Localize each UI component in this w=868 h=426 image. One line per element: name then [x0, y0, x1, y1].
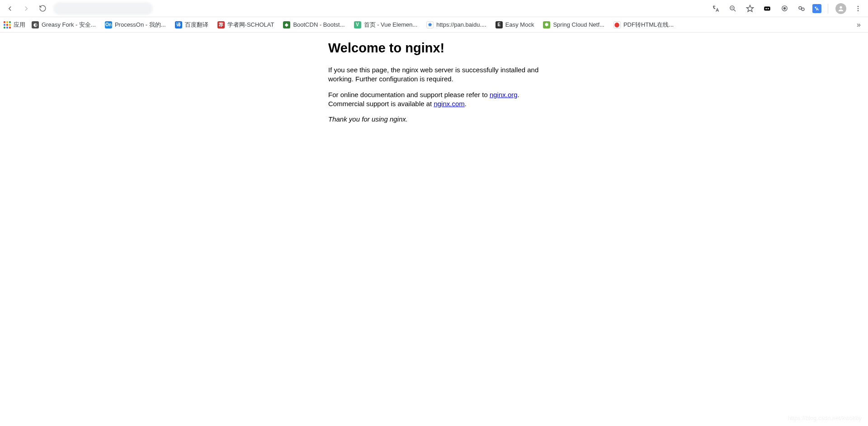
translate-icon[interactable] — [709, 2, 722, 15]
svg-point-12 — [858, 6, 859, 7]
bookmark-label: 首页 - Vue Elemen... — [364, 21, 418, 29]
bookmark-item-1[interactable]: OnProcessOn - 我的... — [105, 21, 166, 29]
svg-point-11 — [840, 6, 842, 8]
svg-point-8 — [783, 7, 785, 9]
back-button[interactable] — [4, 2, 16, 15]
p2-text-d: . — [465, 100, 467, 108]
bookmarks-list: ◐Greasy Fork - 安全...OnProcessOn - 我的...译… — [32, 21, 674, 29]
bookmark-item-9[interactable]: ⬤PDF转HTML在线... — [613, 21, 674, 29]
bookmark-item-5[interactable]: V首页 - Vue Elemen... — [354, 21, 418, 29]
toolbar-right-icons — [709, 2, 864, 15]
intro-paragraph: If you see this page, the nginx web serv… — [328, 66, 547, 84]
bookmark-favicon: ❃ — [543, 21, 550, 28]
svg-point-5 — [765, 8, 767, 9]
extension-icon-1[interactable] — [761, 2, 774, 15]
browser-toolbar — [0, 0, 868, 17]
apps-grid-icon — [4, 21, 11, 28]
bookmark-item-6[interactable]: ❀https://pan.baidu.... — [426, 21, 486, 28]
apps-button[interactable]: 应用 — [4, 21, 25, 29]
nginx-welcome-page: Welcome to nginx! If you see this page, … — [328, 41, 654, 124]
nginx-org-link[interactable]: nginx.org — [490, 91, 518, 98]
svg-line-1 — [734, 9, 736, 11]
svg-marker-3 — [747, 5, 754, 11]
p2-text-c: Commercial support is available at — [328, 100, 434, 108]
bookmark-favicon: ◆ — [283, 21, 290, 28]
bookmark-favicon: 荐 — [217, 21, 225, 28]
bookmark-label: 百度翻译 — [185, 21, 208, 29]
bookmark-label: https://pan.baidu.... — [436, 21, 486, 28]
bookmark-item-2[interactable]: 译百度翻译 — [175, 21, 208, 29]
thanks-paragraph: Thank you for using nginx. — [328, 115, 547, 124]
p2-text-b: . — [518, 91, 519, 98]
profile-avatar[interactable] — [835, 2, 847, 15]
svg-point-9 — [799, 6, 802, 9]
svg-point-6 — [768, 8, 769, 9]
reload-button[interactable] — [36, 2, 49, 15]
bookmark-favicon: V — [354, 21, 361, 28]
bookmark-label: Easy Mock — [505, 21, 534, 28]
nginx-com-link[interactable]: nginx.com — [434, 100, 464, 108]
svg-point-10 — [802, 8, 804, 10]
bookmark-item-0[interactable]: ◐Greasy Fork - 安全... — [32, 21, 96, 29]
svg-point-14 — [858, 10, 859, 11]
extension-icon-2[interactable] — [778, 2, 791, 15]
bookmark-item-7[interactable]: EEasy Mock — [495, 21, 534, 28]
bookmarks-overflow[interactable]: » — [853, 21, 864, 29]
toolbar-divider — [828, 4, 828, 14]
apps-label: 应用 — [14, 21, 25, 29]
page-viewport: Welcome to nginx! If you see this page, … — [0, 33, 868, 124]
bookmark-label: PDF转HTML在线... — [623, 21, 674, 29]
extension-icon-4[interactable] — [812, 4, 821, 13]
bookmark-item-8[interactable]: ❃Spring Cloud Netf... — [543, 21, 604, 28]
nav-buttons — [4, 2, 49, 15]
bookmark-favicon: 译 — [175, 21, 182, 28]
kebab-menu-icon[interactable] — [852, 2, 864, 15]
thanks-text: Thank you for using nginx. — [328, 115, 408, 123]
zoom-icon[interactable] — [726, 2, 739, 15]
links-paragraph: For online documentation and support ple… — [328, 90, 547, 109]
bookmark-favicon: On — [105, 21, 112, 28]
bookmark-label: 学者网-SCHOLAT — [227, 21, 274, 29]
watermark: https://blog.csdn.net/kwokby — [788, 415, 862, 421]
address-bar[interactable] — [53, 2, 153, 15]
bookmark-star-icon[interactable] — [744, 2, 756, 15]
bookmark-label: Spring Cloud Netf... — [553, 21, 604, 28]
page-title: Welcome to nginx! — [328, 41, 654, 56]
bookmark-favicon: ❀ — [426, 21, 434, 28]
bookmark-label: ProcessOn - 我的... — [115, 21, 166, 29]
bookmark-favicon: ⬤ — [613, 21, 621, 28]
p2-text-a: For online documentation and support ple… — [328, 91, 490, 98]
extension-icon-3[interactable] — [795, 2, 808, 15]
bookmark-item-3[interactable]: 荐学者网-SCHOLAT — [217, 21, 274, 29]
bookmark-favicon: E — [495, 21, 503, 28]
bookmarks-bar: 应用 ◐Greasy Fork - 安全...OnProcessOn - 我的.… — [0, 17, 868, 33]
bookmark-label: BootCDN - Bootst... — [293, 21, 344, 28]
bookmark-favicon: ◐ — [32, 21, 39, 28]
forward-button[interactable] — [20, 2, 33, 15]
svg-rect-4 — [764, 6, 770, 10]
bookmark-item-4[interactable]: ◆BootCDN - Bootst... — [283, 21, 344, 28]
bookmark-label: Greasy Fork - 安全... — [42, 21, 96, 29]
svg-point-13 — [858, 8, 859, 9]
